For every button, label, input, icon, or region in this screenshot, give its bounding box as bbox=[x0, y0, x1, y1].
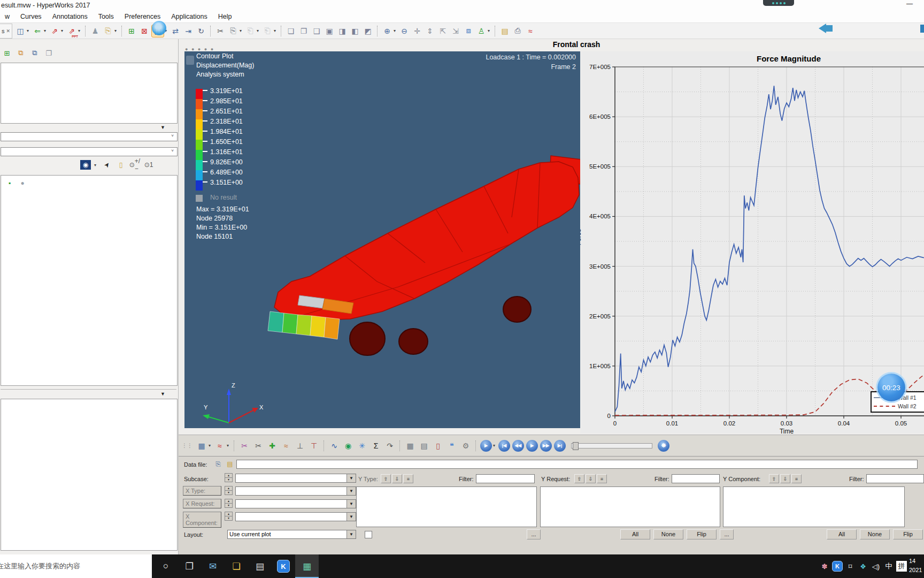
recording-timer-badge[interactable]: 00:23 bbox=[877, 374, 905, 401]
animation-settings-icon[interactable]: ❋ bbox=[658, 440, 669, 452]
menu-curves[interactable]: Curves bbox=[16, 12, 47, 21]
add-page-icon[interactable]: ⊞ bbox=[126, 25, 137, 37]
shield-tray-icon[interactable]: ❖ bbox=[857, 554, 869, 578]
layout-checkbox[interactable] bbox=[365, 531, 372, 538]
dropdown-caret-icon[interactable]: ▾ bbox=[27, 28, 30, 33]
sort-button-2[interactable]: ≡ bbox=[403, 474, 413, 483]
frame-slider[interactable] bbox=[571, 443, 652, 448]
options-gear-icon[interactable]: ⚙ bbox=[459, 439, 472, 452]
swap-windows-icon[interactable]: ⇄ bbox=[170, 25, 181, 37]
view-user-icon[interactable]: ♙ bbox=[475, 25, 487, 37]
taskbar-search-box[interactable]: 在这里输入你要搜索的内容 bbox=[0, 554, 152, 578]
x-type-combo[interactable]: ▼ bbox=[235, 486, 356, 496]
k-tray-icon[interactable]: K bbox=[831, 554, 844, 578]
screen-recorder-widget[interactable] bbox=[763, 0, 794, 6]
chevron-down-icon[interactable]: ▼ bbox=[346, 474, 356, 482]
delete-page-icon[interactable]: ⊠ bbox=[138, 25, 150, 37]
record-region-icon[interactable]: ◩ bbox=[362, 25, 374, 37]
sort-button-0[interactable]: ⇧ bbox=[381, 474, 391, 483]
close-icon[interactable]: ✕ bbox=[6, 28, 10, 34]
open-file-icon[interactable]: ▤ bbox=[225, 459, 235, 469]
panel-tab-partial[interactable]: s ✕ bbox=[0, 24, 12, 39]
x-component-spinner[interactable]: ▲▼ bbox=[225, 512, 233, 521]
minimize-button[interactable]: — bbox=[902, 0, 918, 10]
menu-annotations[interactable]: Annotations bbox=[48, 12, 93, 21]
collapse-arrow-icon[interactable]: ▼ bbox=[160, 391, 165, 397]
car-model[interactable] bbox=[265, 153, 580, 362]
chevron-down-icon[interactable]: ▼ bbox=[346, 530, 356, 538]
pointer-icon[interactable]: ➤ bbox=[100, 158, 114, 172]
menu-help[interactable]: Help bbox=[213, 12, 237, 21]
notes-icon[interactable]: ▯ bbox=[432, 439, 444, 452]
pan-free-icon[interactable]: ⇲ bbox=[450, 25, 461, 37]
none-button[interactable]: None bbox=[653, 529, 683, 539]
axes-icon[interactable]: ⊥ bbox=[294, 439, 306, 452]
dropdown-caret-icon[interactable]: ▾ bbox=[114, 28, 118, 33]
layout-combo[interactable]: Use current plot ▼ bbox=[227, 530, 356, 539]
sum-icon[interactable]: Σ bbox=[369, 439, 382, 452]
task-view-icon[interactable]: ❐ bbox=[178, 554, 201, 578]
stack-pages-icon[interactable]: ⧉ bbox=[15, 48, 27, 58]
record-video-icon[interactable]: ◧ bbox=[349, 25, 361, 37]
comment-icon[interactable]: ❝ bbox=[445, 439, 458, 452]
k-app-icon[interactable]: K bbox=[272, 554, 295, 578]
next-frame-icon[interactable]: ▶▶ bbox=[540, 440, 552, 452]
expand-window-icon[interactable]: ⇥ bbox=[182, 25, 194, 37]
build-plots-icon[interactable]: ▦ bbox=[195, 439, 208, 452]
more-button[interactable]: ... bbox=[720, 529, 734, 539]
capture-toolbar-icon[interactable]: ❑ bbox=[311, 25, 322, 37]
trim-curve-icon[interactable]: ✂ bbox=[252, 439, 265, 452]
sort-button-1[interactable]: ⇩ bbox=[780, 474, 790, 483]
hyperworks-app-icon[interactable]: ▦ bbox=[295, 554, 319, 578]
x-type-spinner[interactable]: ▲▼ bbox=[225, 486, 233, 495]
dropdown-caret-icon[interactable]: ▾ bbox=[274, 28, 278, 33]
sort-button-0[interactable]: ⇧ bbox=[574, 474, 584, 483]
x-request-combo[interactable]: ▼ bbox=[235, 499, 356, 508]
y-request-list[interactable] bbox=[540, 486, 720, 527]
last-frame-icon[interactable]: ▶| bbox=[554, 440, 566, 452]
window-tile-icon[interactable]: ◫ bbox=[14, 25, 26, 37]
capture-pages-icon[interactable]: ⧉ bbox=[29, 48, 41, 58]
grid-icon[interactable]: ▦ bbox=[404, 439, 417, 452]
chevron-down-icon[interactable]: ˅ bbox=[168, 133, 176, 140]
reload-file-icon[interactable]: ⎘ bbox=[213, 459, 224, 469]
add-curve-icon[interactable]: ✚ bbox=[266, 439, 279, 452]
browser-lower-area[interactable] bbox=[1, 399, 178, 551]
menu-preferences[interactable]: Preferences bbox=[120, 12, 165, 21]
notepad-icon[interactable]: ▤ bbox=[248, 554, 272, 578]
capture-session-icon[interactable]: ❏ bbox=[285, 25, 297, 37]
plot-window-icon[interactable]: ≈ bbox=[525, 25, 536, 37]
copy-icon[interactable]: ⎘ bbox=[227, 25, 239, 37]
datum-icon[interactable]: ⊤ bbox=[307, 439, 320, 452]
subcase-combo[interactable]: ▼ bbox=[235, 474, 356, 483]
save-curves-icon[interactable]: ⎙ bbox=[512, 25, 523, 37]
sort-button-0[interactable]: ⇧ bbox=[769, 474, 779, 483]
play-icon[interactable]: ▶ bbox=[526, 440, 538, 452]
all-button[interactable]: All bbox=[827, 529, 857, 539]
y-component-list[interactable] bbox=[723, 486, 905, 527]
zoom-out-icon[interactable]: ⊖ bbox=[398, 25, 410, 37]
cut-curve-icon[interactable]: ✂ bbox=[238, 439, 251, 452]
machining-icon[interactable]: ✳ bbox=[356, 439, 368, 452]
sakura-tray-icon[interactable]: ✽ bbox=[818, 554, 831, 578]
zoom-dropdown-icon[interactable]: ⊕ bbox=[381, 25, 393, 37]
pan-diagonal-icon[interactable]: ⇱ bbox=[437, 25, 449, 37]
layout-more-button[interactable]: ... bbox=[527, 529, 541, 539]
hyperview-3d-viewport[interactable]: Contour PlotDisplacement(Mag)Analysis sy… bbox=[184, 51, 580, 428]
prev-frame-icon[interactable]: ◀◀ bbox=[512, 440, 524, 452]
none-button[interactable]: None bbox=[860, 529, 890, 539]
file-explorer-icon[interactable]: ❏ bbox=[225, 554, 248, 578]
export-report-icon[interactable]: ⇗ bbox=[49, 25, 60, 37]
animate-play-icon[interactable]: ▶ bbox=[480, 440, 492, 452]
pan-icon[interactable]: ✛ bbox=[411, 25, 423, 37]
flip-button[interactable]: Flip bbox=[687, 529, 717, 539]
component-icon[interactable]: ▪ bbox=[4, 178, 15, 188]
toolbar-grip[interactable]: ⋮⋮ bbox=[182, 443, 192, 448]
paste-icon[interactable]: ⎗ bbox=[244, 25, 256, 37]
dropdown-caret-icon[interactable]: ▾ bbox=[240, 28, 243, 33]
dropdown-caret-icon[interactable]: ▾ bbox=[257, 28, 260, 33]
window-icon[interactable]: ❐ bbox=[43, 48, 55, 58]
ime-lang-indicator[interactable]: 中 bbox=[882, 554, 895, 578]
dropdown-caret-icon[interactable]: ▾ bbox=[394, 28, 397, 33]
cut-icon[interactable]: ✂ bbox=[214, 25, 226, 37]
